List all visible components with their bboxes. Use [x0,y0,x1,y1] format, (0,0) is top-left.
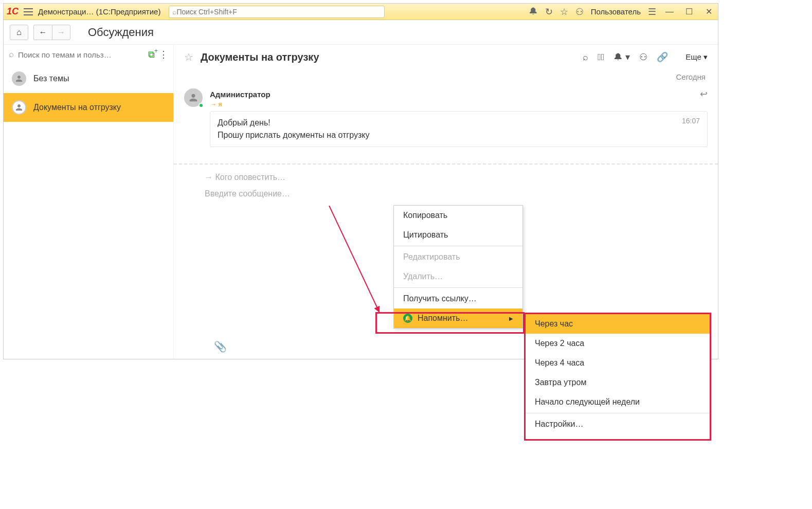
message-body[interactable]: 16:07 Добрый день! Прошу прислать докуме… [210,111,708,147]
attach-icon[interactable]: 📎 [214,340,227,353]
message-time: 16:07 [682,117,700,125]
star-icon[interactable]: ☆ [560,6,568,17]
forward-button[interactable]: → [52,25,70,40]
submenu-next-week[interactable]: Начало следующей недели [526,392,710,412]
menu-quote[interactable]: Цитировать [394,225,522,245]
sidebar-item-documents[interactable]: Документы на отгрузку [4,93,173,122]
history-icon[interactable]: ↻ [545,6,553,17]
home-button[interactable]: ⌂ [10,25,28,40]
message-author: Администратор [210,90,270,99]
sidebar-item-label: Документы на отгрузку [33,103,121,112]
video-icon[interactable]: ▢⃞ [598,52,604,63]
sidebar-search-input[interactable] [18,50,144,59]
app-window: 1C Демонстраци… (1С:Предприятие) ⌕ 🔔︎ ↻ … [3,3,718,359]
submenu-hour[interactable]: Через час [526,314,710,334]
page-title: Обсуждения [88,26,154,39]
presence-indicator [199,103,204,108]
menu-delete[interactable]: Удалить… [394,267,522,286]
remind-submenu-border: Через час Через 2 часа Через 4 часа Завт… [524,313,711,441]
minimize-button[interactable]: — [663,7,676,16]
more-button[interactable]: Еще ▾ [685,52,708,62]
submenu-settings[interactable]: Настройки… [526,414,710,434]
message-row: Администратор ↩ → я 16:07 Добрый день! П… [174,84,718,151]
username-label[interactable]: Пользователь [591,7,641,16]
menu-get-link[interactable]: Получить ссылку… [394,289,522,308]
topic-title: Документы на отгрузку [201,51,573,63]
menu-remind[interactable]: 🔔 Напомнить… ▶ [394,308,522,328]
kebab-icon[interactable]: ⋮ [159,49,168,60]
logo-1c: 1C [7,6,19,17]
maximize-button[interactable]: ☐ [683,7,695,16]
back-button[interactable]: ← [33,25,52,40]
users-icon[interactable]: ⚇ [575,6,584,17]
avatar-icon [12,100,26,115]
bell-dropdown-icon[interactable]: 🔔︎ ▾ [613,51,630,63]
avatar-icon [184,88,203,107]
submenu-two-hours[interactable]: Через 2 часа [526,334,710,353]
sidebar-search: ⌕ ⧉+ ⋮ [4,45,173,64]
link-icon[interactable]: 🔗 [657,51,668,63]
reply-icon[interactable]: ↩ [700,88,708,100]
sidebar-item-no-topic[interactable]: Без темы [4,64,173,93]
app-title: Демонстраци… (1С:Предприятие) [38,7,160,16]
menu-edit[interactable]: Редактировать [394,247,522,267]
search-icon: ⌕ [172,8,176,16]
submenu-tomorrow[interactable]: Завтра утром [526,373,710,392]
search-input[interactable] [176,8,381,16]
chevron-right-icon: ▶ [509,316,513,321]
navbar: ⌂ ← → Обсуждения [4,20,718,45]
search-icon[interactable]: ⌕ [583,52,588,63]
sidebar: ⌕ ⧉+ ⋮ Без темы Документы на отгрузку [4,45,174,359]
sidebar-item-label: Без темы [33,74,69,83]
submenu-four-hours[interactable]: Через 4 часа [526,353,710,373]
input-area: Кого оповестить… Введите сообщение… [174,163,718,204]
message-recipient: → я [210,100,222,108]
context-menu: Копировать Цитировать Редактировать Удал… [393,205,523,329]
body: ⌕ ⧉+ ⋮ Без темы Документы на отгрузку ☆ … [4,45,718,359]
hamburger-icon[interactable] [24,8,33,15]
titlebar-icons: 🔔︎ ↻ ☆ ⚇ Пользователь ☰ — ☐ ✕ [529,6,715,17]
message-text: Добрый день! Прошу прислать документы на… [218,117,700,141]
bell-icon[interactable]: 🔔︎ [529,6,538,17]
menu-copy[interactable]: Копировать [394,206,522,225]
avatar-icon [12,71,26,86]
remind-submenu: Через час Через 2 часа Через 4 часа Завт… [526,314,710,439]
participants-icon[interactable]: ⚇ [639,51,647,63]
message-input[interactable]: Введите сообщение… [205,189,708,198]
search-icon: ⌕ [9,49,14,60]
new-topic-icon[interactable]: ⧉+ [148,49,155,60]
favorite-star-icon[interactable]: ☆ [184,51,193,63]
titlebar-search[interactable]: ⌕ [169,6,385,18]
settings-icon[interactable]: ☰ [648,6,656,17]
notify-field[interactable]: Кого оповестить… [205,173,708,182]
titlebar: 1C Демонстраци… (1С:Предприятие) ⌕ 🔔︎ ↻ … [4,4,718,20]
date-divider: Сегодня [174,69,718,84]
remind-icon: 🔔 [403,314,412,323]
close-button[interactable]: ✕ [702,7,715,16]
main-header: ☆ Документы на отгрузку ⌕ ▢⃞ 🔔︎ ▾ ⚇ 🔗 Ещ… [174,45,718,69]
